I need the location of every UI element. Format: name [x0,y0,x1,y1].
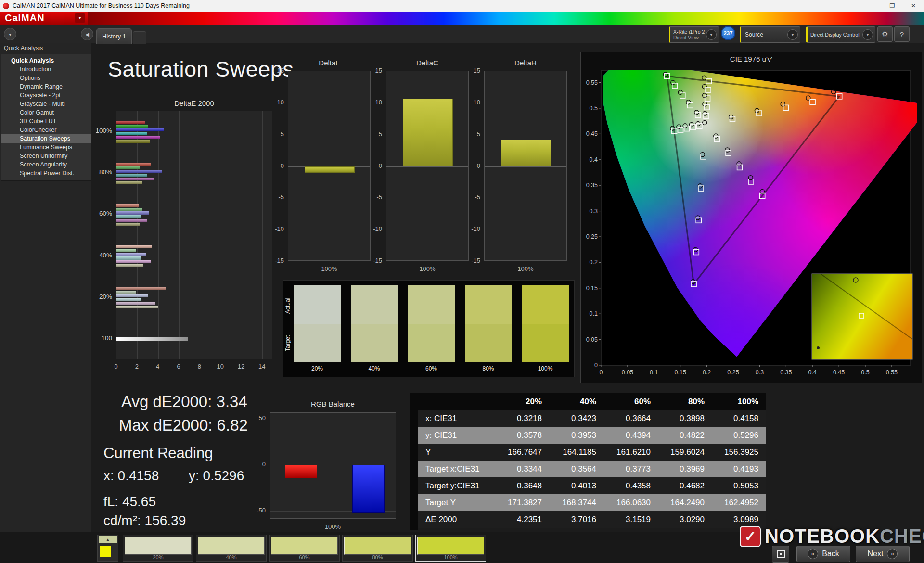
gear-icon[interactable]: ⚙ [877,26,893,42]
svg-text:0.15: 0.15 [675,369,686,376]
sidebar-item-colorchecker[interactable]: ColorChecker [1,126,91,134]
deltae-bar [116,306,158,308]
sidebar-item-grayscale-multi[interactable]: Grayscale - Multi [1,100,91,108]
reading-fl: fL: 45.65 [103,494,156,510]
meter-mode: Direct View [673,35,705,40]
meter-dropdown[interactable]: X-Rite i1Pro 2 Direct View ▼ [669,26,719,43]
deltaH-y-tick: 0 [464,162,480,169]
footer-swatch-chip [344,537,411,555]
deltaC-x-label: 100% [386,265,469,272]
help-icon[interactable]: ? [894,26,910,42]
chevron-down-icon[interactable]: ▼ [862,29,873,40]
calman-logo[interactable]: CalMAN ▼ [0,12,88,25]
svg-text:0.55: 0.55 [886,369,898,376]
footer-swatch-60%[interactable]: 60% [269,535,340,562]
display-control-dropdown[interactable]: Direct Display Control ▼ [806,26,875,43]
swatch-level-label: 100% [522,365,569,372]
deltaC-y-tick: -5 [366,193,382,201]
target-swatch [522,324,569,362]
row-label: Target y:CIE31 [418,477,495,494]
deltae-group-label: 80% [88,168,112,176]
deltae-bar [116,166,140,169]
deltaL-y-tick: 15 [268,67,284,74]
svg-text:0.5: 0.5 [590,105,598,112]
sidebar-item-spectral-power-dist-[interactable]: Spectral Power Dist. [1,169,91,178]
table-cell: 4.2351 [495,511,550,528]
svg-text:0.4: 0.4 [808,369,817,376]
stop-button[interactable] [772,546,789,563]
sidebar-collapse-icon[interactable]: ◀ [81,28,93,40]
table-cell: 0.4358 [604,477,658,494]
deltaH-x-label: 100% [484,265,567,272]
deltaL-y-tick: -5 [268,193,284,201]
sidebar-item-screen-angularity[interactable]: Screen Angularity [1,160,91,169]
sidebar-item-dynamic-range[interactable]: Dynamic Range [1,82,91,91]
table-cell: 156.3925 [712,444,766,461]
sidebar-item-color-gamut[interactable]: Color Gamut [1,108,91,117]
close-icon[interactable]: ✕ [903,0,924,12]
deltae-bar [116,291,136,294]
deltaC-y-tick: 15 [366,67,382,74]
sidebar-item-screen-uniformity[interactable]: Screen Uniformity [1,152,91,160]
stop-icon [777,550,785,558]
table-cell: 161.6210 [604,444,658,461]
titlebar: CalMAN 2017 CalMAN Ultimate for Business… [0,0,924,12]
check-icon: ✓ [740,526,761,547]
svg-text:0.45: 0.45 [586,130,598,137]
calman-logo-text: CalMAN [5,13,75,24]
deltaH-bar [501,140,551,166]
tab-stub[interactable] [133,31,146,44]
meter-count-badge[interactable]: 237 [721,26,735,40]
svg-text:0.25: 0.25 [586,233,598,240]
results-table: 20%40%60%80%100% x: CIE310.32180.34230.3… [418,393,766,528]
chevron-down-icon[interactable]: ▼ [706,29,717,40]
table-cell: 0.4822 [658,427,712,444]
swatch-tray-button[interactable]: ▲ [97,535,118,562]
next-button[interactable]: Next » [856,546,910,562]
deltaL-x-label: 100% [288,265,371,272]
table-cell: 166.7647 [495,444,550,461]
reading-y: y: 0.5296 [189,468,244,484]
footer-swatch-80%[interactable]: 80% [342,535,413,562]
sidebar-item-introduction[interactable]: Introduction [1,65,91,74]
sidebar-item-options[interactable]: Options [1,74,91,82]
deltae-x-tick: 6 [171,363,186,370]
tab-menu-icon[interactable]: ▾ [4,28,16,40]
rgb-balance-title: RGB Balance [270,400,396,408]
sidebar-item-root[interactable]: Quick Analysis [1,56,91,65]
footer-swatch-chip [271,537,338,555]
table-cell: 0.5053 [712,477,766,494]
back-button[interactable]: « Back [796,546,850,562]
logo-dropdown-icon[interactable]: ▼ [75,13,85,23]
svg-text:0: 0 [600,369,603,376]
sidebar-item-grayscale-2pt[interactable]: Grayscale - 2pt [1,91,91,100]
table-row: y: CIE310.35780.39530.43940.48220.5296 [418,427,766,444]
deltae-bar [116,204,139,207]
chevron-down-icon[interactable]: ▼ [787,29,798,40]
table-cell: 171.3827 [495,494,550,511]
footer-swatch-100%[interactable]: 100% [415,535,486,562]
svg-text:0.35: 0.35 [586,182,598,189]
table-header-cell: 40% [550,393,604,410]
table-cell: 0.4193 [712,461,766,477]
cie-title: CIE 1976 u'v' [580,55,922,63]
sidebar-item-luminance-sweeps[interactable]: Luminance Sweeps [1,143,91,152]
table-cell: 164.2490 [658,494,712,511]
footer-swatch-40%[interactable]: 40% [196,535,267,562]
source-dropdown[interactable]: Source ▼ [740,26,800,43]
minimize-icon[interactable]: – [860,0,882,12]
footer-swatch-label: 100% [416,554,486,560]
footer-swatch-20%[interactable]: 20% [123,535,193,562]
table-cell: 166.0630 [604,494,658,511]
deltaC-y-tick: 0 [366,162,382,169]
svg-text:0.3: 0.3 [756,369,764,376]
deltae-bar [116,287,166,290]
table-cell: 0.3218 [495,410,550,427]
sidebar-item-3d-cube-lut[interactable]: 3D Cube LUT [1,117,91,126]
maximize-icon[interactable]: ❐ [882,0,903,12]
avg-de2000: Avg dE2000: 3.34 [121,393,247,411]
tab-history-1[interactable]: History 1 [96,28,132,44]
sidebar-item-saturation-sweeps[interactable]: Saturation Sweeps [1,134,91,143]
deltae-bar [116,264,143,267]
deltae-bar [116,208,142,211]
